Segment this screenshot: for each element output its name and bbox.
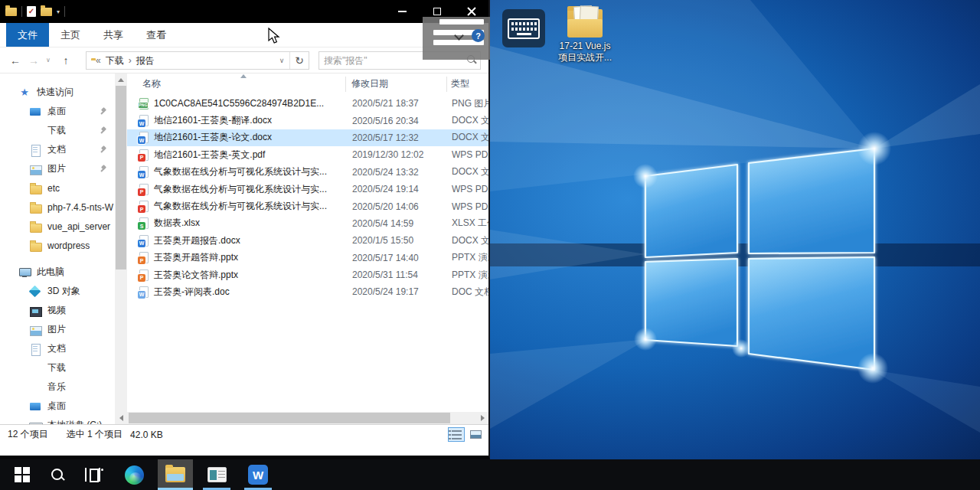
close-icon <box>467 7 476 16</box>
file-row[interactable]: W 地信21601-王荟奥-翻译.docx 2020/5/16 20:34 DO… <box>127 112 488 129</box>
taskbar-explorer-button[interactable] <box>158 459 193 490</box>
horizontal-scrollbar[interactable] <box>115 412 488 424</box>
back-button[interactable]: ← <box>6 54 24 67</box>
star-icon: ★ <box>18 87 31 98</box>
file-type-icon: P <box>139 252 149 263</box>
taskbar-app-button[interactable] <box>199 459 234 490</box>
sidebar-item[interactable]: 音乐 <box>0 377 115 397</box>
file-row[interactable]: PNG 1C0CAC8AE541C5596C284974B2D1E... 202… <box>127 95 488 112</box>
taskbar-edge-button[interactable] <box>116 459 152 490</box>
file-row[interactable]: W 地信21601-王荟奥-论文.docx 2020/5/17 12:32 DO… <box>127 129 488 146</box>
sidebar-header-this-pc[interactable]: 此电脑 <box>0 263 115 282</box>
screen: 17-21 Vue.js 项目实战开... ✓ ▾ 文件 <box>0 0 980 490</box>
sidebar-item-label: 文档 <box>47 342 115 355</box>
help-icon[interactable]: ? <box>472 29 485 42</box>
task-view-button[interactable] <box>75 459 110 490</box>
thumbnails-view-button[interactable] <box>467 427 484 442</box>
scroll-left-icon[interactable] <box>115 412 127 424</box>
file-explorer-window: ✓ ▾ 文件 主页 共享 查看 <box>0 0 490 459</box>
sidebar-item[interactable]: vue_api_server <box>0 217 115 236</box>
file-type: DOCX 文档 <box>445 114 488 127</box>
sidebar-item[interactable]: 本地磁盘 (C:) <box>0 416 115 424</box>
scrollbar-thumb[interactable] <box>129 413 450 423</box>
sidebar-item[interactable]: 文档 <box>0 140 115 159</box>
touch-keyboard-overlay-icon[interactable] <box>502 9 545 47</box>
column-divider[interactable] <box>446 77 447 92</box>
file-type: WPS PDF <box>445 201 488 212</box>
sidebar-item[interactable]: 桌面 <box>0 102 115 121</box>
refresh-button[interactable]: ↻ <box>290 54 309 67</box>
minimize-button[interactable] <box>385 0 420 23</box>
file-row[interactable]: P 地信21601-王荟奥-英文.pdf 2019/12/30 12:02 WP… <box>127 146 488 163</box>
file-row[interactable]: W 气象数据在线分析与可视化系统设计与实... 2020/5/24 13:32 … <box>127 164 488 181</box>
sidebar-item[interactable]: 图片 <box>0 159 115 178</box>
file-name: 1C0CAC8AE541C5596C284974B2D1E... <box>149 98 345 109</box>
pin-icon <box>100 127 107 134</box>
details-view-button[interactable] <box>448 427 465 442</box>
scroll-up-icon[interactable] <box>115 74 127 86</box>
pin-icon <box>100 108 107 115</box>
breadcrumb-overflow-icon[interactable]: « <box>96 55 106 66</box>
file-date: 2020/5/16 20:34 <box>345 116 445 126</box>
new-folder-icon[interactable] <box>41 8 52 16</box>
sidebar-item-icon <box>29 325 41 335</box>
sidebar-item[interactable]: 文档 <box>0 339 115 358</box>
sidebar-header-quick-access[interactable]: ★ 快速访问 <box>0 83 115 102</box>
app-window-icon <box>207 467 227 482</box>
customize-qat-chevron-icon[interactable]: ▾ <box>57 8 60 15</box>
forward-button[interactable]: → <box>24 54 43 67</box>
file-type-icon: W <box>139 166 149 178</box>
properties-icon[interactable]: ✓ <box>27 6 36 17</box>
file-type: DOCX 文档 <box>445 234 488 247</box>
column-header-name[interactable]: 名称 <box>127 77 345 90</box>
taskbar-search-button[interactable] <box>40 459 75 490</box>
sidebar-item[interactable]: wordpress <box>0 236 115 255</box>
sidebar-item[interactable]: etc <box>0 178 115 198</box>
file-row[interactable]: W 王荟奥-评阅表.doc 2020/5/24 19:17 DOC 文档 <box>127 283 488 300</box>
scroll-right-icon[interactable] <box>476 412 488 424</box>
ribbon-tab[interactable]: 文件 <box>6 23 49 47</box>
column-divider[interactable] <box>345 77 346 92</box>
sidebar-item[interactable]: 桌面 <box>0 397 115 416</box>
file-type: DOCX 文档 <box>445 165 488 178</box>
taskbar-wps-button[interactable]: W <box>240 459 276 490</box>
file-row[interactable]: P 气象数据在线分析与可视化系统设计与实... 2020/5/20 14:06 … <box>127 198 488 214</box>
sidebar-item[interactable]: 视频 <box>0 301 115 320</box>
file-row[interactable]: W 王荟奥开题报告.docx 2020/1/5 15:50 DOCX 文档 <box>127 232 488 249</box>
sidebar-item[interactable]: 图片 <box>0 320 115 339</box>
up-button[interactable]: ↑ <box>57 54 75 67</box>
sidebar-item[interactable]: 下载 <box>0 358 115 377</box>
selection-count: 选中 1 个项目 <box>48 428 122 441</box>
ribbon-tab[interactable]: 主页 <box>49 23 92 47</box>
sidebar-item-icon <box>29 145 41 155</box>
sidebar-item[interactable]: 下载 <box>0 121 115 140</box>
address-dropdown-chevron-icon[interactable]: ∨ <box>274 57 289 64</box>
ribbon-tab[interactable]: 查看 <box>135 23 178 47</box>
sidebar-item[interactable]: 3D 对象 <box>0 282 115 301</box>
file-type: PPTX 演示文稿 <box>445 269 488 282</box>
file-list-pane: 名称 修改日期 类型 PNG 1C0CAC8AE541C5596C284974B… <box>127 74 488 424</box>
sidebar-item-icon <box>29 202 41 213</box>
column-header-type[interactable]: 类型 <box>445 77 488 90</box>
desktop-icon-vue-folder[interactable]: 17-21 Vue.js 项目实战开... <box>545 5 625 64</box>
sidebar-item[interactable]: php-7.4.5-nts-W <box>0 198 115 217</box>
maximize-icon <box>433 8 441 15</box>
file-name: 地信21601-王荟奥-英文.pdf <box>149 149 345 162</box>
breadcrumb-crumb-report[interactable]: 报告 <box>136 54 155 67</box>
column-header-date[interactable]: 修改日期 <box>345 77 445 90</box>
sidebar-scrollbar[interactable] <box>115 74 127 424</box>
start-button[interactable] <box>5 459 40 490</box>
address-bar[interactable]: « 下载 › 报告 ∨ ↻ <box>86 51 309 70</box>
scrollbar-thumb[interactable] <box>116 86 126 270</box>
file-row[interactable]: P 王荟奥论文答辩.pptx 2020/5/31 11:54 PPTX 演示文稿 <box>127 266 488 283</box>
file-row[interactable]: P 气象数据在线分析与可视化系统设计与实... 2020/5/24 19:14 … <box>127 181 488 198</box>
folder-icon <box>565 5 605 38</box>
file-type-icon: P <box>139 149 149 161</box>
file-row[interactable]: P 王荟奥开题答辩.pptx 2020/5/17 14:40 PPTX 演示文稿 <box>127 250 488 266</box>
titlebar[interactable]: ✓ ▾ <box>0 0 488 23</box>
breadcrumb-crumb-downloads[interactable]: 下载 <box>106 54 124 67</box>
divider <box>21 6 22 17</box>
file-row[interactable]: S 数据表.xlsx 2020/5/4 14:59 XLSX 工作表 <box>127 215 488 232</box>
recent-locations-chevron-icon[interactable]: ∨ <box>43 57 54 64</box>
ribbon-tab[interactable]: 共享 <box>92 23 135 47</box>
